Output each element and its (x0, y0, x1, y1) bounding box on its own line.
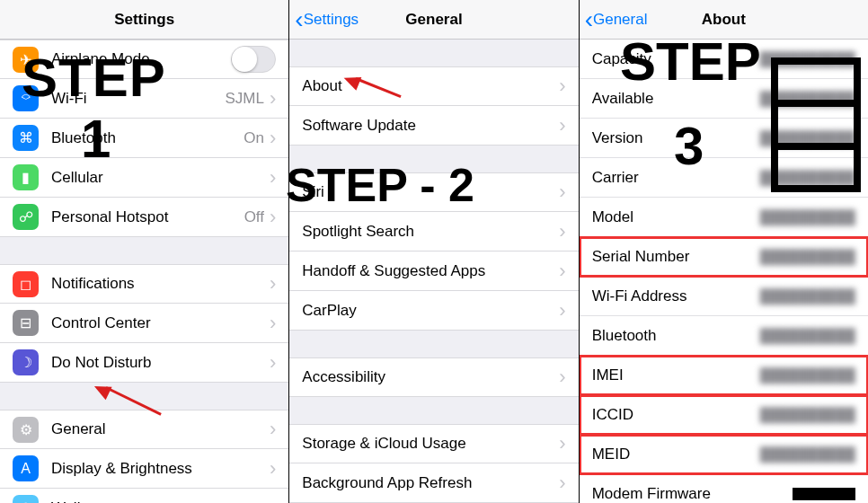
chevron-right-icon: › (559, 75, 565, 98)
row-value-redacted: ██████████ (760, 288, 855, 304)
about-row-carrier: Carrier██████████ (580, 158, 868, 198)
about-row-imei: IMEI██████████ (580, 356, 868, 395)
chevron-right-icon: › (270, 272, 276, 296)
toggle-switch[interactable] (231, 46, 276, 73)
settings-row-cellular[interactable]: ▮Cellular› (0, 158, 288, 198)
row-label: Siri (302, 183, 559, 201)
back-button[interactable]: ‹ Settings (295, 7, 359, 32)
settings-row-wallpaper[interactable]: ❀Wallpaper› (0, 489, 288, 503)
row-label: MEID (592, 446, 695, 463)
chevron-right-icon: › (559, 432, 565, 455)
row-value: On (244, 129, 264, 147)
wifi-icon: ⌔ (13, 85, 39, 111)
row-label: Do Not Disturb (51, 354, 270, 372)
nav-bar: Settings (0, 0, 288, 40)
chevron-right-icon: › (270, 418, 276, 441)
settings-row-wi-fi[interactable]: ⌔Wi-FiSJML› (0, 79, 288, 119)
row-label: Display & Brightness (51, 460, 270, 478)
chevron-right-icon: › (270, 166, 276, 190)
general-row-siri[interactable]: Siri› (289, 172, 578, 212)
row-label: CarPlay (302, 302, 559, 320)
general-icon: ⚙ (13, 417, 39, 443)
back-label: General (593, 11, 647, 29)
notifications-icon: ◻ (13, 271, 39, 297)
row-label: General (51, 420, 270, 438)
chevron-right-icon: › (270, 457, 276, 481)
settings-row-display-brightness[interactable]: ADisplay & Brightness› (0, 449, 288, 489)
about-row-bluetooth: Bluetooth██████████ (580, 316, 868, 356)
settings-panel: Settings ✈Airplane Mode⌔Wi-FiSJML›⌘Bluet… (0, 0, 289, 503)
nav-bar: ‹ Settings General (289, 0, 578, 40)
chevron-right-icon: › (559, 220, 565, 243)
settings-row-do-not-disturb[interactable]: ☽Do Not Disturb› (0, 343, 288, 383)
settings-row-general[interactable]: ⚙General› (0, 410, 288, 449)
airplane-icon: ✈ (13, 47, 39, 73)
general-row-spotlight-search[interactable]: Spotlight Search› (289, 212, 578, 252)
row-value-redacted: ██████████ (760, 170, 855, 185)
settings-row-bluetooth[interactable]: ⌘BluetoothOn› (0, 119, 288, 158)
about-row-serial-number: Serial Number██████████ (580, 237, 868, 277)
general-panel: ‹ Settings General About›Software Update… (289, 0, 579, 503)
row-value-redacted: ██████████ (760, 407, 855, 422)
chevron-right-icon: › (559, 366, 565, 389)
row-label: Model (592, 208, 697, 226)
back-button[interactable]: ‹ General (585, 7, 648, 32)
row-label: Bluetooth (51, 129, 244, 147)
row-label: Wi-Fi Address (592, 287, 723, 305)
row-label: Spotlight Search (302, 223, 559, 241)
general-row-software-update[interactable]: Software Update› (289, 106, 578, 146)
hotspot-icon: ☍ (13, 204, 39, 230)
display-icon: A (13, 455, 39, 481)
about-row-capacity: Capacity██████████ (580, 40, 868, 79)
row-label: Carrier (592, 169, 700, 187)
row-label: Cellular (51, 169, 270, 187)
general-row-storage-icloud-usage[interactable]: Storage & iCloud Usage› (289, 424, 578, 463)
row-label: IMEI (592, 366, 692, 384)
about-row-iccid: ICCID██████████ (580, 395, 868, 435)
row-label: Modem Firmware (592, 485, 752, 503)
wallpaper-icon: ❀ (13, 495, 39, 503)
row-label: Version (592, 129, 702, 147)
general-row-about[interactable]: About› (289, 66, 578, 106)
row-label: About (302, 77, 559, 95)
about-row-meid: MEID██████████ (580, 435, 868, 474)
row-label: Personal Hotspot (51, 208, 244, 226)
row-label: Software Update (302, 117, 559, 135)
chevron-right-icon: › (559, 472, 565, 495)
row-label: Notifications (51, 275, 270, 293)
chevron-right-icon: › (270, 87, 276, 110)
back-label: Settings (304, 11, 359, 29)
settings-row-control-center[interactable]: ⊟Control Center› (0, 304, 288, 343)
chevron-left-icon: ‹ (295, 7, 303, 32)
row-label: Wi-Fi (51, 90, 226, 108)
chevron-right-icon: › (559, 181, 565, 204)
general-row-background-app-refresh[interactable]: Background App Refresh› (289, 463, 578, 503)
settings-row-personal-hotspot[interactable]: ☍Personal HotspotOff› (0, 198, 288, 237)
row-label: Control Center (51, 314, 270, 332)
row-value-redacted: ██████████ (760, 51, 855, 66)
about-row-version: Version██████████ (580, 119, 868, 158)
row-value-redacted: ██████████ (760, 367, 855, 383)
cellular-icon: ▮ (13, 164, 39, 190)
row-value-redacted: ██████████ (760, 130, 855, 146)
chevron-right-icon: › (270, 206, 276, 229)
redacted-value (793, 488, 855, 500)
dnd-icon: ☽ (13, 349, 39, 375)
row-value-redacted: ██████████ (760, 446, 855, 462)
general-row-carplay[interactable]: CarPlay› (289, 291, 578, 331)
chevron-left-icon: ‹ (585, 7, 593, 32)
chevron-right-icon: › (559, 299, 565, 322)
general-row-handoff-suggested-apps[interactable]: Handoff & Suggested Apps› (289, 252, 578, 291)
chevron-right-icon: › (559, 260, 565, 283)
row-label: Accessibility (302, 368, 559, 386)
settings-row-notifications[interactable]: ◻Notifications› (0, 264, 288, 304)
settings-row-airplane-mode[interactable]: ✈Airplane Mode (0, 40, 288, 79)
about-row-available: Available██████████ (580, 79, 868, 119)
row-label: Handoff & Suggested Apps (302, 262, 559, 280)
general-row-accessibility[interactable]: Accessibility› (289, 357, 578, 397)
control-center-icon: ⊟ (13, 310, 39, 336)
about-row-model: Model██████████ (580, 198, 868, 237)
chevron-right-icon: › (270, 351, 276, 375)
about-panel: ‹ General About Capacity██████████Availa… (580, 0, 868, 503)
nav-title: About (702, 11, 746, 29)
